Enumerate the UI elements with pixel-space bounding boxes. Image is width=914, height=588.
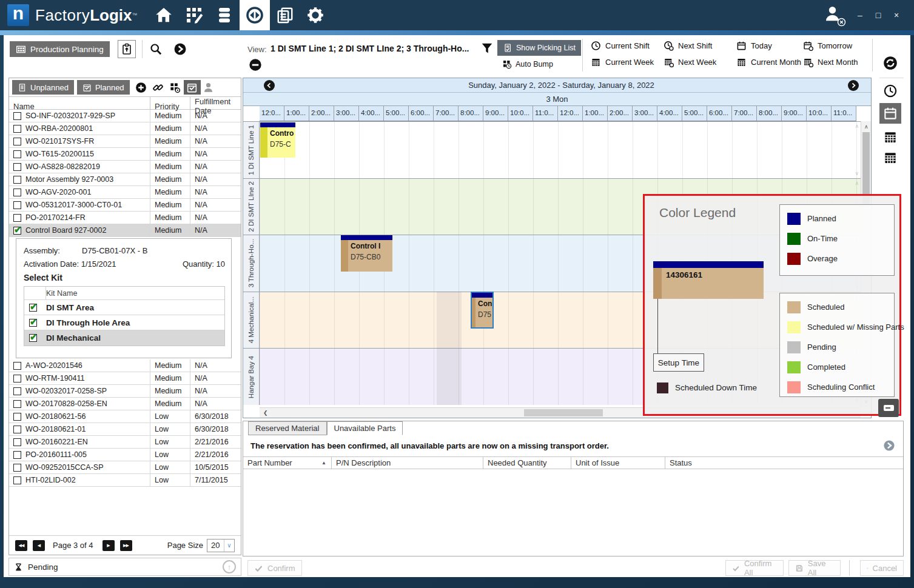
order-row[interactable]: SO-INF-02032017-929-SP Medium N/A (9, 110, 241, 122)
time-column-header[interactable]: 11:0... (832, 106, 856, 121)
card-view-toggle-button[interactable] (878, 399, 899, 417)
lane-label[interactable]: 4 Mechanical... (243, 292, 260, 349)
view-value[interactable]: 1 DI SMT Line 1; 2 DI SMT LIne 2; 3 Thro… (271, 44, 469, 53)
maximize-button[interactable]: □ (869, 7, 887, 24)
unplanned-tab[interactable]: Unplanned (12, 80, 74, 95)
next-page-button[interactable]: ▶ (102, 540, 115, 551)
order-row[interactable]: WO-T615-20200115 Medium N/A (9, 148, 241, 161)
time-column-header[interactable]: 10:0... (508, 106, 533, 121)
next-shift-button[interactable]: Next Shift (664, 41, 712, 51)
order-row[interactable]: PO-20160111-005 Low 2/21/2016 (9, 449, 241, 461)
order-checkbox[interactable] (13, 176, 21, 184)
home-icon[interactable] (149, 0, 179, 30)
time-column-header[interactable]: 7:00... (434, 106, 459, 121)
sync-icon[interactable] (883, 56, 898, 72)
planned-tab[interactable]: Planned (77, 80, 130, 95)
time-column-header[interactable]: 12:0... (260, 106, 284, 121)
person-icon[interactable] (201, 80, 218, 95)
time-column-header[interactable]: 9:00... (483, 106, 508, 121)
time-column-header[interactable]: 11:0... (533, 106, 558, 121)
time-column-header[interactable]: 6:00... (707, 106, 732, 121)
order-row[interactable]: PO-20170214-FR Medium N/A (9, 212, 241, 224)
order-checkbox[interactable] (13, 201, 21, 209)
order-row[interactable]: WO-05312017-3000-CT0-01 Medium N/A (9, 199, 241, 212)
time-column-header[interactable]: 1:00... (583, 106, 608, 121)
page-size-select[interactable]: 20∨ (207, 539, 235, 552)
order-row[interactable]: WO-RTM-190411 Medium N/A (9, 372, 241, 385)
order-row[interactable]: WO-20180621-01 Low 6/30/2018 (9, 423, 241, 436)
tomorrow-button[interactable]: Tomorrow (803, 41, 852, 51)
order-row[interactable]: A-WO-20201546 Medium N/A (9, 359, 241, 372)
current-week-button[interactable]: Current Week (591, 57, 654, 67)
lane-body[interactable]: ∧ ∨ (260, 122, 861, 178)
order-checkbox[interactable] (13, 125, 21, 133)
previous-page-button[interactable]: ◀ (33, 540, 45, 551)
user-account-icon[interactable] (824, 5, 842, 25)
production-planning-button[interactable]: Production Planning (10, 41, 110, 57)
order-row[interactable]: WO-09252015CCA-SP Low 10/5/2015 (9, 461, 241, 474)
kit-checkbox[interactable] (29, 319, 37, 327)
time-column-header[interactable]: 10:0... (807, 106, 832, 121)
order-row[interactable]: Motor Assembly 927-0003 Medium N/A (9, 173, 241, 186)
search-icon[interactable] (149, 42, 163, 58)
planning-grid-icon[interactable] (179, 0, 209, 30)
time-column-header[interactable]: 2:00... (309, 106, 334, 121)
order-row[interactable]: WO-20160221-EN Low 2/21/2016 (9, 436, 241, 449)
time-column-header[interactable]: 3:00... (633, 106, 657, 121)
time-column-header[interactable]: 12:0... (558, 106, 583, 121)
lane-scroll-up-icon[interactable]: ∧ (855, 124, 859, 129)
time-column-header[interactable]: 1:00... (284, 106, 309, 121)
settings-gear-icon[interactable] (300, 0, 331, 30)
lane-label[interactable]: Hangar Bay 4 (243, 349, 260, 405)
materials-icon[interactable] (209, 0, 240, 30)
next-week-icon[interactable] (848, 80, 859, 91)
kit-checkbox[interactable] (29, 334, 37, 342)
lane-label[interactable]: 2 DI SMT LIne 2 (243, 179, 260, 235)
kit-row[interactable]: DI Mechanical (24, 330, 224, 346)
parts-panel-tab[interactable]: Unavailable Parts (327, 421, 403, 435)
time-column-header[interactable]: 5:00... (384, 106, 409, 121)
order-checkbox[interactable] (13, 189, 21, 196)
schedule-calendar-icon[interactable] (184, 80, 201, 95)
parts-column-header[interactable]: P/N Description▲ (331, 457, 483, 469)
close-button[interactable]: × (887, 7, 906, 24)
order-row[interactable]: Control Board 927-0002 Medium N/A (9, 224, 241, 237)
order-checkbox[interactable] (13, 464, 21, 472)
time-column-header[interactable]: 4:00... (657, 106, 682, 121)
kit-row[interactable]: DI SMT Area (24, 300, 224, 315)
day-view-calendar-icon[interactable] (879, 103, 901, 124)
time-column-header[interactable]: 7:00... (732, 106, 757, 121)
horizontal-scroll-thumb[interactable] (524, 409, 603, 416)
gantt-block-selected[interactable]: ConD75 (472, 293, 492, 327)
order-row[interactable]: WO-20170828-0258-EN Medium N/A (9, 398, 241, 410)
collapse-minus-icon[interactable] (249, 58, 262, 73)
current-month-button[interactable]: Current Month (736, 57, 801, 67)
filter-funnel-icon[interactable] (480, 42, 494, 57)
order-checkbox[interactable] (13, 451, 21, 459)
lane-scroll-up-icon[interactable]: ∧ (855, 181, 859, 186)
order-checkbox[interactable] (13, 362, 21, 370)
gantt-block-missing-parts[interactable]: ControD75-C (260, 122, 295, 158)
save-all-button[interactable]: Save All (788, 560, 841, 576)
show-picking-list-button[interactable]: Show Picking List (497, 40, 581, 56)
order-row[interactable]: WO-02032017-0258-SP Medium N/A (9, 385, 241, 398)
gantt-block-scheduled[interactable]: Control ID75-CB0 (341, 235, 392, 272)
gantt-day-header[interactable]: 3 Mon (243, 93, 871, 106)
time-column-header[interactable]: 8:00... (757, 106, 782, 121)
week-view-calendar-icon[interactable] (883, 130, 898, 146)
reports-icon[interactable] (270, 0, 300, 30)
hour-view-clock-icon[interactable] (883, 84, 898, 100)
order-checkbox[interactable] (13, 375, 21, 383)
parts-column-header[interactable]: Needed Quantity▲ (483, 457, 571, 469)
time-column-header[interactable]: 6:00... (409, 106, 434, 121)
kit-checkbox[interactable] (29, 304, 37, 312)
order-row[interactable]: WO-AS828-08282019 Medium N/A (9, 161, 241, 173)
order-checkbox[interactable] (13, 438, 21, 446)
current-shift-button[interactable]: Current Shift (591, 41, 650, 51)
parts-column-header[interactable]: Part Number▲ (243, 457, 331, 469)
expand-up-icon[interactable]: ↑ (223, 560, 236, 573)
last-page-button[interactable]: ▶▶ (120, 540, 132, 551)
time-column-header[interactable]: 2:00... (608, 106, 633, 121)
next-month-button[interactable]: Next Month (803, 57, 858, 67)
order-checkbox[interactable] (13, 163, 21, 171)
